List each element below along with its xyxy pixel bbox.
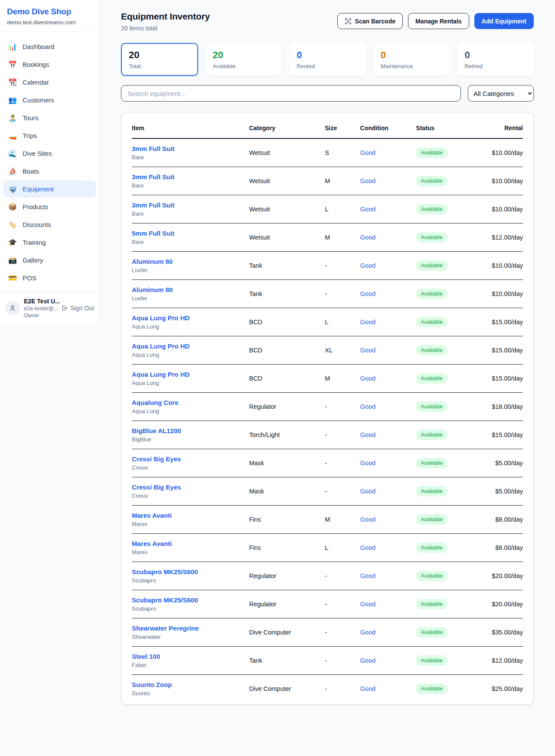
sidebar-nav: 📊 Dashboard 📅 Bookings 📆 Calendar 👥 Cust… xyxy=(0,32,99,292)
search-input[interactable] xyxy=(121,85,461,102)
category-cell: Tank xyxy=(249,647,325,675)
item-brand: Scubapro xyxy=(132,577,249,584)
sidebar-item-discounts[interactable]: 🏷️ Discounts xyxy=(3,216,96,233)
column-header-size: Size xyxy=(325,115,360,138)
sidebar: Demo Dive Shop demo.test.divestreams.com… xyxy=(0,0,100,325)
size-cell: - xyxy=(325,675,360,703)
item-name-link[interactable]: Mares Avanti xyxy=(132,512,249,519)
sidebar-item-trips[interactable]: 🚤 Trips xyxy=(3,127,96,144)
stat-value: 0 xyxy=(464,49,526,61)
item-brand: Aqua Lung xyxy=(132,408,249,414)
sidebar-item-gallery[interactable]: 📸 Gallery xyxy=(3,252,96,269)
manage-rentals-button[interactable]: Manage Rentals xyxy=(408,13,469,29)
rental-rate: $20.00/day xyxy=(492,572,523,579)
category-filter-select[interactable]: All Categories xyxy=(468,85,534,102)
condition-link[interactable]: Good xyxy=(360,347,375,354)
item-name-link[interactable]: Cressi Big Eyes xyxy=(132,483,249,491)
condition-link[interactable]: Good xyxy=(360,206,375,213)
category-cell: Tank xyxy=(249,280,325,308)
sidebar-item-equipment[interactable]: 🤿 Equipment xyxy=(3,181,96,197)
condition-link[interactable]: Good xyxy=(360,149,375,156)
stat-card-total[interactable]: 20 Total xyxy=(121,43,198,76)
item-name-link[interactable]: Aqua Lung Pro HD xyxy=(132,371,249,378)
condition-link[interactable]: Good xyxy=(360,290,375,297)
sidebar-item-label: Dive Sites xyxy=(23,150,52,157)
add-equipment-button[interactable]: Add Equipment xyxy=(474,13,534,29)
condition-link[interactable]: Good xyxy=(360,657,375,664)
table-row-2: 3mm Full Suit Bare Wetsuit M Good Availa… xyxy=(132,167,523,195)
sidebar-item-tours[interactable]: 🏝️ Tours xyxy=(3,109,96,126)
item-name-link[interactable]: Cressi Big Eyes xyxy=(132,455,249,463)
camera-flash-icon: 📸 xyxy=(8,256,17,264)
stat-card-retired[interactable]: 0 Retired xyxy=(457,43,534,76)
speedboat-icon: 🚤 xyxy=(8,131,17,140)
item-name-link[interactable]: Aqua Lung Pro HD xyxy=(132,314,249,322)
stat-card-maintenance[interactable]: 0 Maintenance xyxy=(373,43,450,76)
condition-link[interactable]: Good xyxy=(360,262,375,269)
stat-card-rented[interactable]: 0 Rented xyxy=(289,43,366,76)
item-name-link[interactable]: Aluminum 80 xyxy=(132,286,249,293)
table-row-9: Aqua Lung Pro HD Aqua Lung BCD M Good Av… xyxy=(132,365,523,393)
item-name-link[interactable]: Scubapro MK25/S600 xyxy=(132,596,249,604)
sidebar-item-bookings[interactable]: 📅 Bookings xyxy=(3,56,96,73)
condition-link[interactable]: Good xyxy=(360,319,375,325)
condition-link[interactable]: Good xyxy=(360,572,375,579)
item-name-link[interactable]: Aluminum 80 xyxy=(132,258,249,265)
item-name-link[interactable]: 5mm Full Suit xyxy=(132,230,249,237)
status-badge: Available xyxy=(416,430,447,440)
sidebar-item-label: Dashboard xyxy=(23,43,54,50)
item-name-link[interactable]: Scubapro MK25/S600 xyxy=(132,568,249,575)
stat-value: 20 xyxy=(129,49,190,61)
rental-rate: $10.00/day xyxy=(492,262,523,269)
condition-link[interactable]: Good xyxy=(360,375,375,382)
condition-link[interactable]: Good xyxy=(360,460,375,467)
sidebar-item-dashboard[interactable]: 📊 Dashboard xyxy=(3,38,96,55)
rental-rate: $15.00/day xyxy=(492,319,523,325)
stat-card-available[interactable]: 20 Available xyxy=(205,43,282,76)
item-name-link[interactable]: Aqualung Core xyxy=(132,399,249,406)
sign-out-button[interactable]: Sign Out xyxy=(61,305,94,312)
diving-mask-icon: 🤿 xyxy=(8,185,17,193)
condition-link[interactable]: Good xyxy=(360,177,375,184)
sidebar-item-dive-sites[interactable]: 🌊 Dive Sites xyxy=(3,145,96,162)
item-name-link[interactable]: 3mm Full Suit xyxy=(132,173,249,181)
condition-link[interactable]: Good xyxy=(360,403,375,410)
page-title: Equipment Inventory xyxy=(121,11,210,22)
sidebar-item-products[interactable]: 📦 Products xyxy=(3,198,96,215)
condition-link[interactable]: Good xyxy=(360,601,375,608)
item-name-link[interactable]: Mares Avanti xyxy=(132,540,249,547)
item-name-link[interactable]: 3mm Full Suit xyxy=(132,201,249,209)
scan-barcode-button[interactable]: Scan Barcode xyxy=(337,13,403,29)
item-name-link[interactable]: Suunto Zoop xyxy=(132,681,249,688)
item-name-link[interactable]: Aqua Lung Pro HD xyxy=(132,342,249,350)
status-badge: Available xyxy=(416,148,447,158)
equipment-table: Item Category Size Condition Status Rent… xyxy=(132,115,523,703)
table-row-12: Cressi Big Eyes Cressi Mask - Good Avail… xyxy=(132,449,523,477)
condition-link[interactable]: Good xyxy=(360,629,375,636)
item-name-link[interactable]: 3mm Full Suit xyxy=(132,145,249,152)
table-row-16: Scubapro MK25/S600 Scubapro Regulator - … xyxy=(132,562,523,590)
status-badge: Available xyxy=(416,571,447,581)
sidebar-item-label: Training xyxy=(23,239,46,246)
item-name-link[interactable]: BigBlue AL1200 xyxy=(132,427,249,434)
condition-link[interactable]: Good xyxy=(360,234,375,241)
item-name-link[interactable]: Shearwater Peregrine xyxy=(132,625,249,632)
condition-link[interactable]: Good xyxy=(360,516,375,523)
status-badge: Available xyxy=(416,204,447,214)
item-brand: Luxfer xyxy=(132,295,249,302)
sidebar-item-boats[interactable]: ⛵ Boats xyxy=(3,163,96,180)
item-name-link[interactable]: Steel 100 xyxy=(132,653,249,660)
table-row-5: Aluminum 80 Luxfer Tank - Good Available… xyxy=(132,252,523,280)
sidebar-item-calendar[interactable]: 📆 Calendar xyxy=(3,74,96,91)
condition-link[interactable]: Good xyxy=(360,488,375,495)
condition-link[interactable]: Good xyxy=(360,685,375,692)
sidebar-item-pos[interactable]: 💳 POS xyxy=(3,270,96,286)
condition-link[interactable]: Good xyxy=(360,431,375,438)
sidebar-item-customers[interactable]: 👥 Customers xyxy=(3,92,96,108)
rental-rate: $8.00/day xyxy=(495,544,523,551)
rental-rate: $20.00/day xyxy=(492,601,523,608)
item-brand: Bare xyxy=(132,154,249,161)
stat-label: Maintenance xyxy=(381,63,442,69)
condition-link[interactable]: Good xyxy=(360,544,375,551)
sidebar-item-training[interactable]: 🎓 Training xyxy=(3,234,96,251)
